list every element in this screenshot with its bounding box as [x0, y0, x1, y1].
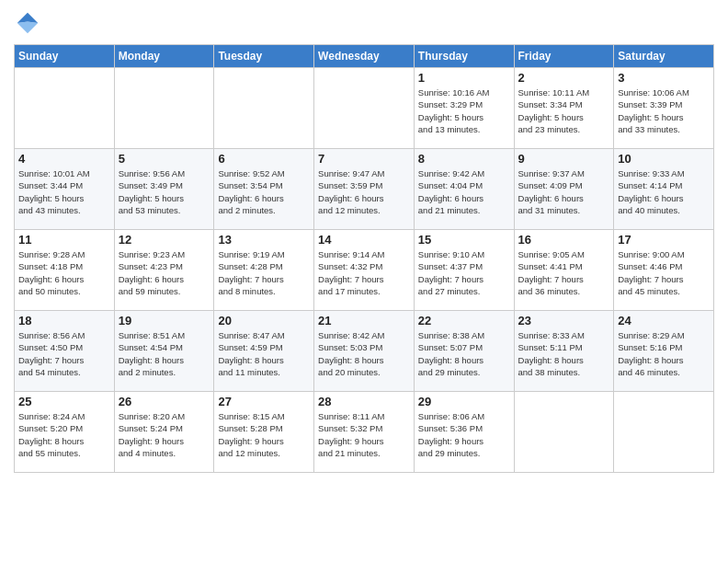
day-info: Sunrise: 9:23 AMSunset: 4:23 PMDaylight:… [119, 248, 210, 297]
calendar-cell: 4Sunrise: 10:01 AMSunset: 3:44 PMDayligh… [15, 149, 115, 230]
calendar-cell: 11Sunrise: 9:28 AMSunset: 4:18 PMDayligh… [15, 230, 115, 311]
day-info: Sunrise: 9:19 AMSunset: 4:28 PMDaylight:… [218, 248, 310, 297]
day-number: 17 [618, 233, 710, 247]
calendar-cell: 20Sunrise: 8:47 AMSunset: 4:59 PMDayligh… [214, 311, 314, 392]
weekday-header-thursday: Thursday [414, 45, 514, 68]
weekday-header-tuesday: Tuesday [214, 45, 314, 68]
day-info: Sunrise: 9:47 AMSunset: 3:59 PMDaylight:… [318, 167, 410, 216]
calendar-cell: 21Sunrise: 8:42 AMSunset: 5:03 PMDayligh… [314, 311, 415, 392]
day-info: Sunrise: 10:16 AMSunset: 3:29 PMDaylight… [418, 86, 510, 135]
day-info: Sunrise: 8:42 AMSunset: 5:03 PMDaylight:… [318, 329, 410, 378]
day-info: Sunrise: 9:52 AMSunset: 3:54 PMDaylight:… [218, 167, 310, 216]
calendar-cell: 12Sunrise: 9:23 AMSunset: 4:23 PMDayligh… [114, 230, 214, 311]
day-number: 1 [418, 71, 510, 85]
day-number: 21 [318, 314, 410, 327]
day-number: 16 [518, 233, 610, 247]
calendar-cell: 7Sunrise: 9:47 AMSunset: 3:59 PMDaylight… [314, 149, 415, 230]
calendar-cell: 8Sunrise: 9:42 AMSunset: 4:04 PMDaylight… [414, 149, 514, 230]
weekday-header-saturday: Saturday [614, 45, 714, 68]
day-number: 23 [518, 314, 610, 327]
calendar-table: SundayMondayTuesdayWednesdayThursdayFrid… [14, 44, 714, 473]
day-info: Sunrise: 8:51 AMSunset: 4:54 PMDaylight:… [119, 329, 210, 378]
day-number: 3 [618, 71, 710, 85]
calendar-cell [114, 68, 214, 149]
calendar-cell: 27Sunrise: 8:15 AMSunset: 5:28 PMDayligh… [214, 392, 314, 473]
calendar-cell: 26Sunrise: 8:20 AMSunset: 5:24 PMDayligh… [114, 392, 214, 473]
calendar-cell: 28Sunrise: 8:11 AMSunset: 5:32 PMDayligh… [314, 392, 415, 473]
day-number: 29 [418, 395, 510, 408]
day-info: Sunrise: 8:33 AMSunset: 5:11 PMDaylight:… [518, 329, 610, 378]
day-info: Sunrise: 8:15 AMSunset: 5:28 PMDaylight:… [218, 410, 310, 459]
day-info: Sunrise: 10:01 AMSunset: 3:44 PMDaylight… [18, 167, 110, 216]
calendar-cell: 10Sunrise: 9:33 AMSunset: 4:14 PMDayligh… [614, 149, 714, 230]
day-number: 5 [119, 152, 210, 166]
calendar-cell: 16Sunrise: 9:05 AMSunset: 4:41 PMDayligh… [514, 230, 614, 311]
day-number: 25 [18, 395, 110, 408]
calendar-cell: 29Sunrise: 8:06 AMSunset: 5:36 PMDayligh… [414, 392, 514, 473]
week-row-3: 11Sunrise: 9:28 AMSunset: 4:18 PMDayligh… [15, 230, 714, 311]
calendar-cell: 5Sunrise: 9:56 AMSunset: 3:49 PMDaylight… [114, 149, 214, 230]
day-number: 7 [318, 152, 410, 166]
svg-marker-0 [17, 13, 39, 23]
calendar-cell [614, 392, 714, 473]
svg-marker-1 [17, 22, 39, 34]
day-info: Sunrise: 8:11 AMSunset: 5:32 PMDaylight:… [318, 410, 410, 459]
weekday-header-sunday: Sunday [15, 45, 115, 68]
day-info: Sunrise: 8:47 AMSunset: 4:59 PMDaylight:… [218, 329, 310, 378]
day-number: 2 [518, 71, 610, 85]
calendar-cell: 19Sunrise: 8:51 AMSunset: 4:54 PMDayligh… [114, 311, 214, 392]
day-info: Sunrise: 9:00 AMSunset: 4:46 PMDaylight:… [618, 248, 710, 297]
day-number: 24 [618, 314, 710, 327]
weekday-header-friday: Friday [514, 45, 614, 68]
day-info: Sunrise: 9:37 AMSunset: 4:09 PMDaylight:… [518, 167, 610, 216]
weekday-header-row: SundayMondayTuesdayWednesdayThursdayFrid… [15, 45, 714, 68]
calendar-cell [314, 68, 415, 149]
calendar-cell: 22Sunrise: 8:38 AMSunset: 5:07 PMDayligh… [414, 311, 514, 392]
day-info: Sunrise: 8:29 AMSunset: 5:16 PMDaylight:… [618, 329, 710, 378]
calendar-cell: 23Sunrise: 8:33 AMSunset: 5:11 PMDayligh… [514, 311, 614, 392]
calendar-cell [214, 68, 314, 149]
calendar-cell: 3Sunrise: 10:06 AMSunset: 3:39 PMDayligh… [614, 68, 714, 149]
day-info: Sunrise: 10:11 AMSunset: 3:34 PMDaylight… [518, 86, 610, 135]
day-number: 4 [18, 152, 110, 166]
calendar-cell [15, 68, 115, 149]
day-info: Sunrise: 8:20 AMSunset: 5:24 PMDaylight:… [119, 410, 210, 459]
day-number: 14 [318, 233, 410, 247]
week-row-1: 1Sunrise: 10:16 AMSunset: 3:29 PMDayligh… [15, 68, 714, 149]
week-row-5: 25Sunrise: 8:24 AMSunset: 5:20 PMDayligh… [15, 392, 714, 473]
calendar-cell: 9Sunrise: 9:37 AMSunset: 4:09 PMDaylight… [514, 149, 614, 230]
week-row-2: 4Sunrise: 10:01 AMSunset: 3:44 PMDayligh… [15, 149, 714, 230]
day-number: 6 [218, 152, 310, 166]
day-info: Sunrise: 9:33 AMSunset: 4:14 PMDaylight:… [618, 167, 710, 216]
day-number: 11 [18, 233, 110, 247]
day-info: Sunrise: 8:24 AMSunset: 5:20 PMDaylight:… [18, 410, 110, 459]
day-number: 28 [318, 395, 410, 408]
calendar-cell: 25Sunrise: 8:24 AMSunset: 5:20 PMDayligh… [15, 392, 115, 473]
day-info: Sunrise: 9:28 AMSunset: 4:18 PMDaylight:… [18, 248, 110, 297]
logo [14, 9, 45, 37]
day-number: 9 [518, 152, 610, 166]
calendar-cell [514, 392, 614, 473]
day-info: Sunrise: 9:56 AMSunset: 3:49 PMDaylight:… [119, 167, 210, 216]
day-info: Sunrise: 9:10 AMSunset: 4:37 PMDaylight:… [418, 248, 510, 297]
day-info: Sunrise: 9:05 AMSunset: 4:41 PMDaylight:… [518, 248, 610, 297]
day-number: 18 [18, 314, 110, 327]
day-number: 27 [218, 395, 310, 408]
day-info: Sunrise: 9:42 AMSunset: 4:04 PMDaylight:… [418, 167, 510, 216]
week-row-4: 18Sunrise: 8:56 AMSunset: 4:50 PMDayligh… [15, 311, 714, 392]
day-info: Sunrise: 8:38 AMSunset: 5:07 PMDaylight:… [418, 329, 510, 378]
page: SundayMondayTuesdayWednesdayThursdayFrid… [0, 0, 728, 563]
day-number: 26 [119, 395, 210, 408]
calendar-cell: 24Sunrise: 8:29 AMSunset: 5:16 PMDayligh… [614, 311, 714, 392]
day-info: Sunrise: 8:56 AMSunset: 4:50 PMDaylight:… [18, 329, 110, 378]
calendar-cell: 14Sunrise: 9:14 AMSunset: 4:32 PMDayligh… [314, 230, 415, 311]
day-info: Sunrise: 9:14 AMSunset: 4:32 PMDaylight:… [318, 248, 410, 297]
day-number: 13 [218, 233, 310, 247]
day-info: Sunrise: 10:06 AMSunset: 3:39 PMDaylight… [618, 86, 710, 135]
calendar-cell: 18Sunrise: 8:56 AMSunset: 4:50 PMDayligh… [15, 311, 115, 392]
header [14, 9, 714, 37]
day-number: 10 [618, 152, 710, 166]
day-number: 8 [418, 152, 510, 166]
calendar-cell: 6Sunrise: 9:52 AMSunset: 3:54 PMDaylight… [214, 149, 314, 230]
calendar-cell: 15Sunrise: 9:10 AMSunset: 4:37 PMDayligh… [414, 230, 514, 311]
